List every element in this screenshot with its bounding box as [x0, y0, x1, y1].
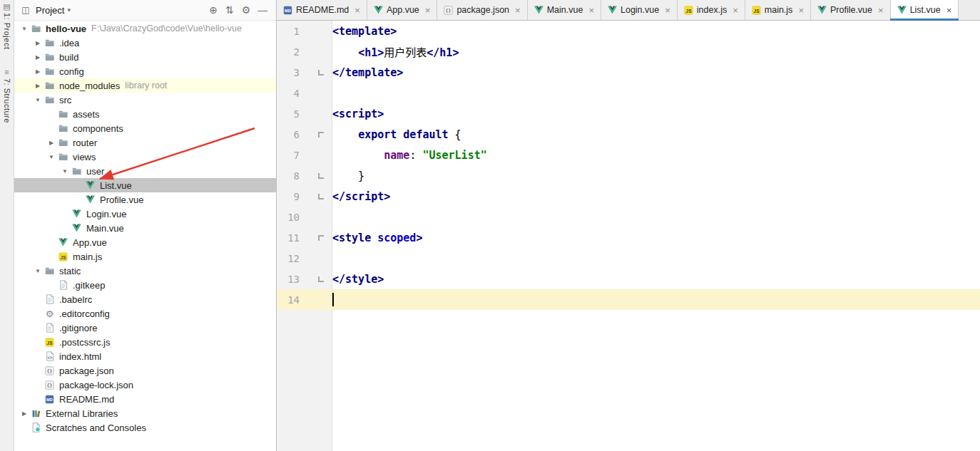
tab-app-vue[interactable]: App.vue×	[367, 0, 437, 20]
tree-item-node-modules[interactable]: ▶node_moduleslibrary root	[14, 78, 276, 93]
fold-end-icon[interactable]	[318, 70, 324, 76]
tree-item-views[interactable]: ▼views	[14, 150, 276, 164]
close-icon[interactable]: ×	[665, 6, 670, 15]
code-text: <h1>用户列表</h1>	[332, 44, 459, 59]
code-line-3[interactable]: 3</template>	[277, 62, 980, 83]
tree-item-router[interactable]: ▶router	[14, 135, 276, 150]
tree-collapse-arrow-icon[interactable]: ▼	[59, 168, 71, 175]
tree-item-gitkeep[interactable]: .gitkeep	[14, 278, 276, 292]
tab-profile-vue[interactable]: Profile.vue×	[811, 0, 891, 20]
code-line-9[interactable]: 9</script>	[277, 186, 980, 207]
close-icon[interactable]: ×	[588, 6, 594, 15]
tree-collapse-arrow-icon[interactable]: ▼	[32, 268, 44, 274]
chevron-down-icon[interactable]: ▾	[67, 6, 71, 14]
tree-item-readme-md[interactable]: MDREADME.md	[14, 392, 276, 406]
fold-start-icon[interactable]	[318, 235, 324, 241]
fold-end-icon[interactable]	[318, 276, 324, 282]
hide-panel-icon[interactable]: —	[256, 4, 269, 16]
tree-item-main-vue[interactable]: Main.vue	[14, 221, 276, 235]
tab-readme-md[interactable]: MDREADME.md×	[277, 0, 367, 20]
folder-icon	[44, 94, 56, 105]
tree-item-user[interactable]: ▼user	[14, 164, 276, 178]
tab-index-js[interactable]: JSindex.js×	[678, 0, 745, 20]
fold-start-icon[interactable]	[318, 132, 324, 138]
code-line-14[interactable]: 14	[277, 289, 980, 310]
tree-item-external-libraries[interactable]: ▶External Libraries	[14, 406, 276, 420]
tree-item-app-vue[interactable]: App.vue	[14, 235, 276, 249]
code-line-4[interactable]: 4	[277, 83, 980, 103]
tree-item-login-vue[interactable]: Login.vue	[14, 207, 276, 221]
tree-item-label: README.md	[59, 394, 114, 405]
code-line-5[interactable]: 5<script>	[277, 103, 980, 124]
tree-collapse-arrow-icon[interactable]: ▼	[46, 154, 57, 160]
code-line-1[interactable]: 1<template>	[277, 21, 980, 41]
tree-item-package-json[interactable]: {}package.json	[14, 363, 276, 378]
tree-item-assets[interactable]: assets	[14, 107, 276, 121]
code-line-11[interactable]: 11<style scoped>	[277, 227, 980, 248]
fold-column	[301, 21, 332, 41]
lib-icon	[30, 408, 42, 419]
fold-end-icon[interactable]	[318, 194, 324, 199]
tree-item-main-js[interactable]: JSmain.js	[14, 249, 276, 264]
tree-item-profile-vue[interactable]: Profile.vue	[14, 192, 276, 207]
tree-item-label: External Libraries	[46, 408, 118, 419]
tree-item-postcssrc-js[interactable]: JS.postcssrc.js	[14, 335, 276, 349]
project-panel-title[interactable]: Project	[36, 5, 64, 16]
svg-text:{}: {}	[47, 368, 53, 374]
fold-column	[301, 289, 332, 310]
code-line-2[interactable]: 2 <h1>用户列表</h1>	[277, 41, 980, 62]
tab-main-vue[interactable]: Main.vue×	[528, 0, 601, 20]
locate-icon[interactable]: ⊕	[207, 4, 220, 16]
tree-expand-arrow-icon[interactable]: ▶	[32, 54, 44, 61]
code-line-13[interactable]: 13</style>	[277, 269, 980, 289]
close-icon[interactable]: ×	[946, 6, 952, 15]
tree-item-gitignore[interactable]: .gitignore	[14, 321, 276, 335]
tree-collapse-arrow-icon[interactable]: ▼	[32, 97, 44, 103]
tree-item-label: config	[59, 66, 84, 77]
tree-item-hello-vue[interactable]: ▼hello-vueF:\Java\CrazyGod\code\Vue\hell…	[14, 21, 276, 36]
tree-item-list-vue[interactable]: List.vue	[14, 178, 276, 192]
tab-login-vue[interactable]: Login.vue×	[601, 0, 678, 20]
editor-body[interactable]: 1<template>2 <h1>用户列表</h1>3</template>45…	[277, 21, 980, 451]
tree-item-suffix: library root	[125, 81, 167, 90]
tree-item-src[interactable]: ▼src	[14, 93, 276, 107]
tree-expand-arrow-icon[interactable]: ▶	[32, 68, 44, 75]
close-icon[interactable]: ×	[354, 6, 360, 15]
close-icon[interactable]: ×	[515, 6, 521, 15]
tree-item-scratches-and-consoles[interactable]: Scratches and Consoles	[14, 420, 276, 435]
tree-item-build[interactable]: ▶build	[14, 50, 276, 64]
tree-collapse-arrow-icon[interactable]: ▼	[19, 26, 30, 32]
tree-expand-arrow-icon[interactable]: ▶	[46, 140, 57, 146]
close-icon[interactable]: ×	[878, 6, 884, 15]
tree-item-static[interactable]: ▼static	[14, 264, 276, 278]
stripe-project-button[interactable]: ▤ 1: Project	[3, 2, 11, 49]
code-line-10[interactable]: 10	[277, 207, 980, 227]
tree-item-index-html[interactable]: <>index.html	[14, 349, 276, 363]
settings-gear-icon[interactable]: ⚙	[240, 4, 252, 16]
tree-item-package-lock-json[interactable]: {}package-lock.json	[14, 378, 276, 392]
close-icon[interactable]: ×	[733, 6, 738, 15]
code-text: export default {	[332, 128, 461, 141]
tree-item-idea[interactable]: ▶.idea	[14, 36, 276, 50]
stripe-structure-button[interactable]: ≡ 7: Structure	[3, 68, 11, 123]
tree-expand-arrow-icon[interactable]: ▶	[32, 83, 44, 89]
tab-list-vue[interactable]: List.vue×	[891, 0, 959, 20]
code-line-7[interactable]: 7 name: "UserList"	[277, 145, 980, 165]
collapse-all-icon[interactable]: ⇅	[223, 4, 236, 16]
tree-item-config[interactable]: ▶config	[14, 64, 276, 78]
tree-expand-arrow-icon[interactable]: ▶	[32, 40, 44, 46]
tree-expand-arrow-icon[interactable]: ▶	[19, 410, 30, 417]
tree-item-babelrc[interactable]: .babelrc	[14, 292, 276, 306]
tree-item-components[interactable]: components	[14, 121, 276, 135]
close-icon[interactable]: ×	[425, 6, 431, 15]
tree-item-editorconfig[interactable]: ⚙.editorconfig	[14, 306, 276, 321]
tree-item-label: index.html	[59, 351, 101, 362]
tab-main-js[interactable]: JSmain.js×	[745, 0, 811, 20]
fold-end-icon[interactable]	[318, 173, 324, 179]
code-line-6[interactable]: 6 export default {	[277, 124, 980, 145]
code-line-8[interactable]: 8 }	[277, 165, 980, 186]
fold-column	[301, 165, 332, 186]
code-line-12[interactable]: 12	[277, 248, 980, 269]
tab-package-json[interactable]: {}package.json×	[437, 0, 527, 20]
close-icon[interactable]: ×	[798, 6, 804, 15]
